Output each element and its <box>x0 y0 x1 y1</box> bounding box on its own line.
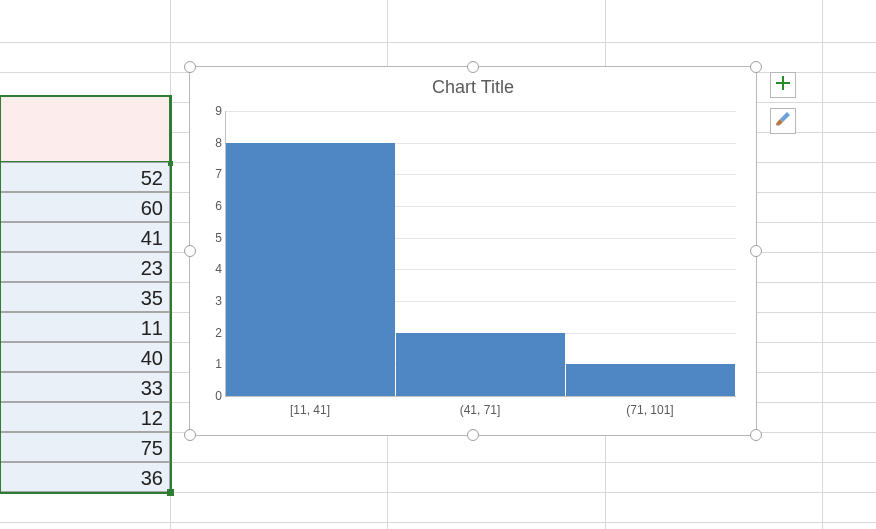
histogram-bar[interactable] <box>566 364 735 396</box>
y-tick-label: 7 <box>202 167 222 181</box>
x-tick-label: [11, 41] <box>290 403 330 417</box>
resize-handle[interactable] <box>750 61 762 73</box>
y-tick-label: 5 <box>202 231 222 245</box>
resize-handle[interactable] <box>467 61 479 73</box>
cell[interactable]: 33 <box>0 372 170 402</box>
y-tick-label: 6 <box>202 199 222 213</box>
x-tick-label: (41, 71] <box>460 403 501 417</box>
chart-elements-button[interactable] <box>770 72 796 98</box>
cell[interactable]: 60 <box>0 192 170 222</box>
cell[interactable]: 12 <box>0 402 170 432</box>
histogram-bar[interactable] <box>396 333 565 396</box>
resize-handle[interactable] <box>467 429 479 441</box>
cell[interactable]: 40 <box>0 342 170 372</box>
y-tick-label: 1 <box>202 357 222 371</box>
resize-handle[interactable] <box>184 245 196 257</box>
cell[interactable]: 11 <box>0 312 170 342</box>
x-tick-label: (71, 101] <box>626 403 673 417</box>
cell[interactable]: 75 <box>0 432 170 462</box>
y-tick-label: 0 <box>202 389 222 403</box>
y-tick-label: 2 <box>202 326 222 340</box>
cell-selected-header[interactable] <box>0 95 170 162</box>
cell[interactable]: 36 <box>0 462 170 492</box>
y-tick-label: 4 <box>202 262 222 276</box>
chart-styles-button[interactable] <box>770 108 796 134</box>
cell[interactable]: 35 <box>0 282 170 312</box>
plus-icon <box>776 76 790 94</box>
chart-object[interactable]: Chart Title 0123456789 [11, 41](41, 71](… <box>189 66 757 436</box>
chart-x-axis: [11, 41](41, 71](71, 101] <box>225 403 736 423</box>
cell[interactable]: 52 <box>0 162 170 192</box>
y-tick-label: 9 <box>202 104 222 118</box>
cell[interactable]: 41 <box>0 222 170 252</box>
chart-plot-area[interactable]: 0123456789 <box>225 111 736 397</box>
y-tick-label: 8 <box>202 136 222 150</box>
paintbrush-icon <box>775 111 791 131</box>
cell[interactable]: 23 <box>0 252 170 282</box>
y-tick-label: 3 <box>202 294 222 308</box>
histogram-bar[interactable] <box>226 143 395 396</box>
resize-handle[interactable] <box>184 61 196 73</box>
resize-handle[interactable] <box>184 429 196 441</box>
chart-title[interactable]: Chart Title <box>190 77 756 98</box>
resize-handle[interactable] <box>750 429 762 441</box>
resize-handle[interactable] <box>750 245 762 257</box>
